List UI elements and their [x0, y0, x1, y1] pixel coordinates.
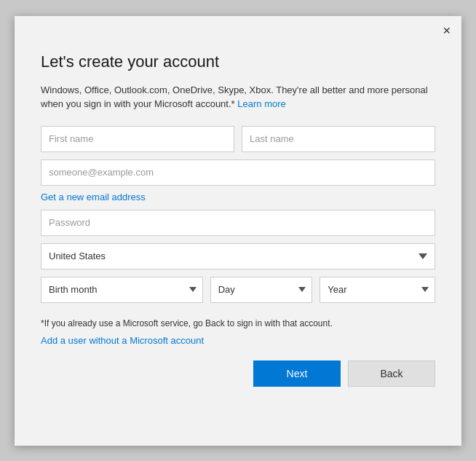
email-input[interactable] [41, 159, 435, 186]
button-row: Next Back [41, 360, 435, 394]
description-body: Windows, Office, Outlook.com, OneDrive, … [41, 84, 428, 110]
add-user-link[interactable]: Add a user without a Microsoft account [41, 335, 204, 346]
birthdate-row: Birth month January February March April… [41, 277, 435, 303]
birth-day-select[interactable]: Day 1 2 3 31 [210, 277, 313, 303]
notice-text: *If you already use a Microsoft service,… [41, 318, 435, 330]
email-row [41, 159, 435, 186]
name-row [41, 126, 435, 152]
page-title: Let's create your account [41, 52, 435, 71]
password-row [41, 210, 435, 236]
description-text: Windows, Office, Outlook.com, OneDrive, … [41, 83, 435, 111]
main-window: ✕ Let's create your account Windows, Off… [15, 16, 461, 446]
password-input[interactable] [41, 210, 435, 236]
learn-more-link[interactable]: Learn more [237, 98, 285, 109]
first-name-input[interactable] [41, 126, 234, 152]
birth-year-select[interactable]: Year 2000 1990 1980 [320, 277, 435, 303]
new-email-link[interactable]: Get a new email address [41, 192, 146, 202]
next-button[interactable]: Next [253, 360, 341, 387]
title-bar: ✕ [15, 16, 461, 38]
last-name-input[interactable] [242, 126, 435, 152]
content-area: Let's create your account Windows, Offic… [15, 38, 461, 409]
birth-month-select[interactable]: Birth month January February March April… [41, 277, 203, 303]
close-button[interactable]: ✕ [438, 22, 456, 39]
country-select[interactable]: United States Canada United Kingdom Aust… [41, 243, 435, 269]
country-wrapper: United States Canada United Kingdom Aust… [41, 243, 435, 269]
back-button[interactable]: Back [348, 360, 435, 387]
country-row: United States Canada United Kingdom Aust… [41, 243, 435, 269]
